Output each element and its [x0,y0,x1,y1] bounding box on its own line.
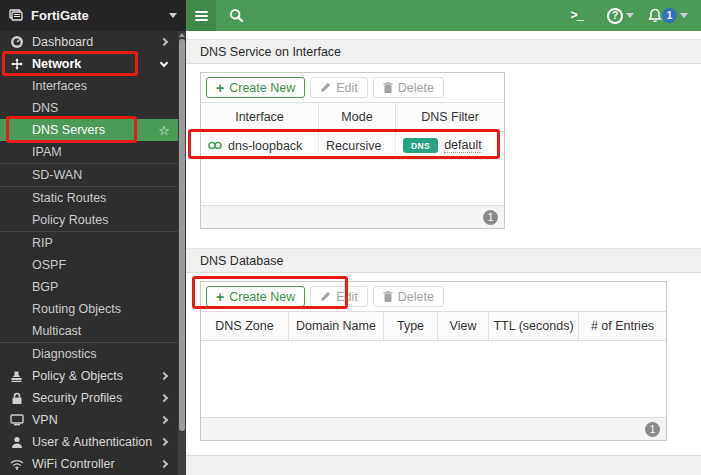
sidebar-item-dns-servers[interactable]: DNS Servers ☆ [0,119,178,141]
sidebar-item-interfaces[interactable]: Interfaces [0,75,178,97]
brand-label: FortiGate [31,8,89,23]
fortigate-device-icon [9,8,24,23]
edit-label: Edit [336,290,358,304]
plus-icon: + [216,81,224,95]
wifi-icon [9,457,24,472]
edit-button[interactable]: Edit [310,77,368,98]
sidebar-item-policy-objects[interactable]: Policy & Objects [0,365,178,387]
favorite-star-icon[interactable]: ☆ [158,124,170,137]
edit-label: Edit [336,81,358,95]
mode-cell: Recursive [319,132,396,159]
sidebar-item-security-profiles[interactable]: Security Profiles [0,387,178,409]
sidebar-item-network[interactable]: Network [0,53,178,75]
scrollbar-up-arrow-icon[interactable] [179,33,185,37]
chevron-down-icon [626,13,634,18]
sidebar-scrollbar[interactable] [178,31,186,475]
sidebar-item-routing-objects[interactable]: Routing Objects [0,298,178,320]
table-row-dns-loopback[interactable]: dns-loopback Recursive DNS default [201,132,504,160]
help-menu[interactable]: ? [607,8,634,24]
delete-button[interactable]: Delete [373,77,444,98]
notifications-menu[interactable]: 1 [648,8,688,23]
sidebar-item-label: VPN [32,413,58,427]
edit-button[interactable]: Edit [310,286,368,307]
sidebar-item-label: IPAM [32,145,62,159]
sidebar-item-sd-wan[interactable]: SD-WAN [0,164,178,186]
dns-filter-badge: DNS [403,138,438,153]
column-header-ttl[interactable]: TTL (seconds) [489,312,579,340]
section-title: DNS Database [200,254,283,268]
sidebar-item-user-authentication[interactable]: User & Authentication [0,431,178,453]
notification-count-badge: 1 [662,8,677,23]
column-header-interface[interactable]: Interface [201,103,319,131]
interface-cell: dns-loopback [201,132,319,159]
sidebar-item-diagnostics[interactable]: Diagnostics [0,343,178,365]
chevron-right-icon [160,438,168,446]
sidebar-item-static-routes[interactable]: Static Routes [0,187,178,209]
table-header-row: DNS Zone Domain Name Type View TTL (seco… [201,312,666,341]
loopback-link-icon [208,141,222,150]
sidebar-item-ospf[interactable]: OSPF [0,254,178,276]
page-number-badge[interactable]: 1 [483,210,498,225]
sidebar-item-vpn[interactable]: VPN [0,409,178,431]
sidebar-item-bgp[interactable]: BGP [0,276,178,298]
sidebar: FortiGate Dashboard Network Interfaces D… [0,0,186,475]
section-header-dns-database: DNS Database [186,248,701,273]
move-arrows-icon [9,57,24,72]
cli-console-icon[interactable]: >_ [571,9,583,23]
chevron-right-icon [160,416,168,424]
lock-icon [9,391,24,406]
empty-table-body [201,160,504,205]
column-header-num-entries[interactable]: # of Entries [579,312,666,340]
create-new-button[interactable]: + Create New [206,77,305,98]
sidebar-item-policy-routes[interactable]: Policy Routes [0,209,178,231]
pencil-icon [320,82,331,93]
content: DNS Service on Interface + Create New Ed… [186,31,701,475]
column-header-dns-filter[interactable]: DNS Filter [396,103,504,131]
sidebar-item-ipam[interactable]: IPAM [0,141,178,163]
column-header-type[interactable]: Type [384,312,438,340]
topbar-right: >_ ? 1 [571,8,701,24]
bell-icon [648,8,662,23]
chevron-right-icon [160,394,168,402]
sidebar-item-label: Interfaces [32,79,87,93]
chevron-down-icon [160,58,168,66]
column-header-view[interactable]: View [438,312,489,340]
sidebar-item-label: Multicast [32,324,81,338]
trash-icon [383,291,393,303]
sidebar-item-label: DNS [32,101,58,115]
column-header-domain-name[interactable]: Domain Name [289,312,384,340]
sidebar-item-label: Routing Objects [32,302,121,316]
search-button[interactable] [229,8,244,23]
hamburger-menu-button[interactable] [186,0,216,31]
scrollbar-thumb[interactable] [179,39,185,431]
interface-name: dns-loopback [228,139,302,153]
create-new-label: Create New [229,290,295,304]
section-title: DNS Service on Interface [200,45,341,59]
create-new-button[interactable]: + Create New [206,286,305,307]
dns-filter-profile-link[interactable]: default [444,138,482,153]
sidebar-item-multicast[interactable]: Multicast [0,320,178,342]
pencil-icon [320,291,331,302]
delete-button[interactable]: Delete [373,286,444,307]
dns-service-table-panel: + Create New Edit Delete Interface Mode [200,72,505,229]
main-area: >_ ? 1 DNS Service on Interface [186,0,701,475]
sidebar-item-label: OSPF [32,258,66,272]
column-header-mode[interactable]: Mode [319,103,396,131]
column-header-dns-zone[interactable]: DNS Zone [201,312,289,340]
sidebar-item-dns[interactable]: DNS [0,97,178,119]
fortigate-app: FortiGate Dashboard Network Interfaces D… [0,0,701,475]
vdom-selector[interactable]: FortiGate [0,0,186,31]
page-number-badge[interactable]: 1 [645,422,660,437]
sidebar-nav: Dashboard Network Interfaces DNS DNS Ser… [0,31,178,475]
sidebar-item-label: SD-WAN [32,168,82,182]
sidebar-item-label: Static Routes [32,191,106,205]
help-icon: ? [607,8,623,24]
gauge-icon [9,35,24,50]
sidebar-item-rip[interactable]: RIP [0,232,178,254]
chevron-down-icon [680,13,688,18]
search-icon [229,8,244,23]
sidebar-item-dashboard[interactable]: Dashboard [0,31,178,53]
chevron-right-icon [160,460,168,468]
sidebar-item-wifi-controller[interactable]: WiFi Controller [0,453,178,475]
trash-icon [383,82,393,94]
